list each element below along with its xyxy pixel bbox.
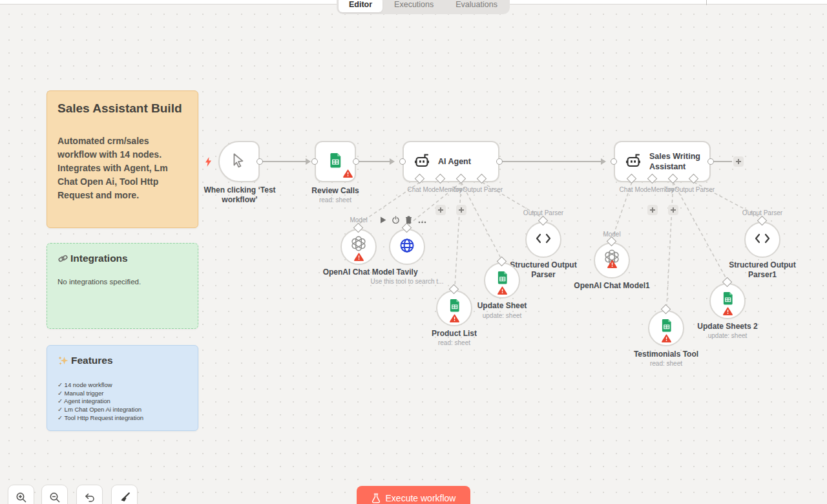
input-port[interactable] <box>311 158 318 165</box>
node-tavily[interactable] <box>389 229 425 265</box>
sticky-note-features[interactable]: Features 14 node workflow Manual trigger… <box>47 345 198 431</box>
undo-button[interactable] <box>76 485 103 504</box>
warning-icon <box>723 306 733 318</box>
warning-icon <box>450 313 459 325</box>
warning-icon <box>354 252 364 264</box>
google-sheets-icon <box>661 319 672 335</box>
tidy-up-button[interactable] <box>111 485 138 504</box>
feature-item: Manual trigger <box>58 390 187 398</box>
node-label: Testimonials Tool <box>634 350 698 359</box>
sticky-note-overview[interactable]: Sales Assistant Build Automated crm/sale… <box>47 90 198 228</box>
execute-workflow-label: Execute workflow <box>386 493 456 503</box>
node-label: Product List <box>432 329 477 338</box>
add-memory-button[interactable] <box>435 205 446 215</box>
warning-icon <box>607 259 617 271</box>
warning-icon <box>497 286 507 297</box>
output-port[interactable] <box>353 158 359 165</box>
connector-labels: TooOutput Parser <box>664 186 715 193</box>
flask-icon <box>372 493 381 503</box>
trigger-lightning-icon <box>204 156 213 170</box>
feature-item: Tool Http Request integration <box>58 414 187 423</box>
node-sublabel: update: sheet <box>708 332 748 339</box>
node-label: Update Sheets 2 <box>697 322 757 331</box>
node-structured-output-parser[interactable] <box>525 222 561 258</box>
trash-icon[interactable] <box>405 215 412 226</box>
google-sheets-icon <box>497 271 508 287</box>
more-options-icon[interactable] <box>418 215 426 226</box>
power-icon[interactable] <box>392 215 399 226</box>
sticky-note-title: Features <box>71 355 113 366</box>
node-manual-trigger[interactable] <box>218 141 260 182</box>
tab-evaluations[interactable]: Evaluations <box>445 0 508 12</box>
node-label: Update Sheet <box>477 301 527 310</box>
execute-workflow-button[interactable]: Execute workflow <box>357 486 470 504</box>
zoom-in-button[interactable] <box>8 485 34 504</box>
code-brackets-icon <box>755 233 770 246</box>
input-port[interactable] <box>399 158 406 165</box>
node-label: Tavily <box>396 268 417 277</box>
google-sheets-icon <box>329 152 342 171</box>
node-label: OpenAI Chat Model <box>323 268 395 277</box>
input-port[interactable] <box>611 158 617 165</box>
add-memory-button[interactable] <box>647 205 658 215</box>
link-icon <box>58 253 68 264</box>
node-label: Structured Output Parser1 <box>722 260 802 280</box>
globe-icon <box>399 237 415 257</box>
tab-executions[interactable]: Executions <box>384 0 444 12</box>
sticky-note-title: Sales Assistant Build <box>58 100 187 117</box>
add-tool-button[interactable] <box>668 205 678 215</box>
node-label: Sales Writing Assistant <box>649 151 705 173</box>
zoom-out-icon <box>49 492 61 503</box>
node-sublabel: read: sheet <box>438 339 470 346</box>
google-sheets-icon <box>449 299 460 315</box>
sparkles-icon <box>58 355 68 366</box>
sticky-note-integrations[interactable]: Integrations No integrations specified. <box>47 243 198 329</box>
sticky-note-title: Integrations <box>70 253 128 264</box>
feature-item: Lm Chat Open Ai integration <box>58 406 187 414</box>
node-label: AI Agent <box>438 156 471 167</box>
tab-editor[interactable]: Editor <box>339 0 382 12</box>
output-port[interactable] <box>707 158 714 165</box>
header-divider <box>706 0 707 5</box>
google-sheets-icon <box>722 291 733 308</box>
node-sublabel: update: sheet <box>483 312 522 319</box>
zoom-out-button[interactable] <box>41 485 68 504</box>
play-icon[interactable] <box>380 215 386 226</box>
node-sublabel: read: sheet <box>319 196 351 204</box>
feature-list: 14 node workflow Manual trigger Agent in… <box>58 381 187 422</box>
sticky-note-body: No integrations specified. <box>58 278 187 286</box>
node-label: Review Calls <box>311 186 359 195</box>
node-sublabel: read: sheet <box>650 360 682 367</box>
cursor-icon <box>231 152 247 171</box>
output-port[interactable] <box>256 158 263 165</box>
sticky-note-body: Automated crm/sales workflow with 14 nod… <box>58 134 187 202</box>
broom-icon <box>119 492 131 503</box>
zoom-in-icon <box>16 492 27 503</box>
warning-icon <box>343 169 353 180</box>
robot-icon <box>625 153 642 171</box>
robot-icon <box>414 153 431 171</box>
add-node-button[interactable] <box>733 156 744 167</box>
connector-labels: TooOutput Parser <box>452 186 503 193</box>
warning-icon <box>662 333 671 345</box>
node-label: OpenAI Chat Model1 <box>574 281 649 290</box>
code-brackets-icon <box>536 233 551 246</box>
feature-item: Agent integration <box>58 397 187 406</box>
undo-icon <box>84 492 96 503</box>
view-tabs: Editor Executions Evaluations <box>337 0 510 14</box>
node-toolbar <box>380 215 426 226</box>
node-sublabel: Use this tool to search t... <box>371 278 444 285</box>
node-label: When clicking ‘Test workflow’ <box>194 185 285 205</box>
add-tool-button[interactable] <box>456 205 466 215</box>
feature-item: 14 node workflow <box>58 381 187 390</box>
node-structured-output-parser1[interactable] <box>744 222 780 258</box>
output-port[interactable] <box>496 158 503 165</box>
